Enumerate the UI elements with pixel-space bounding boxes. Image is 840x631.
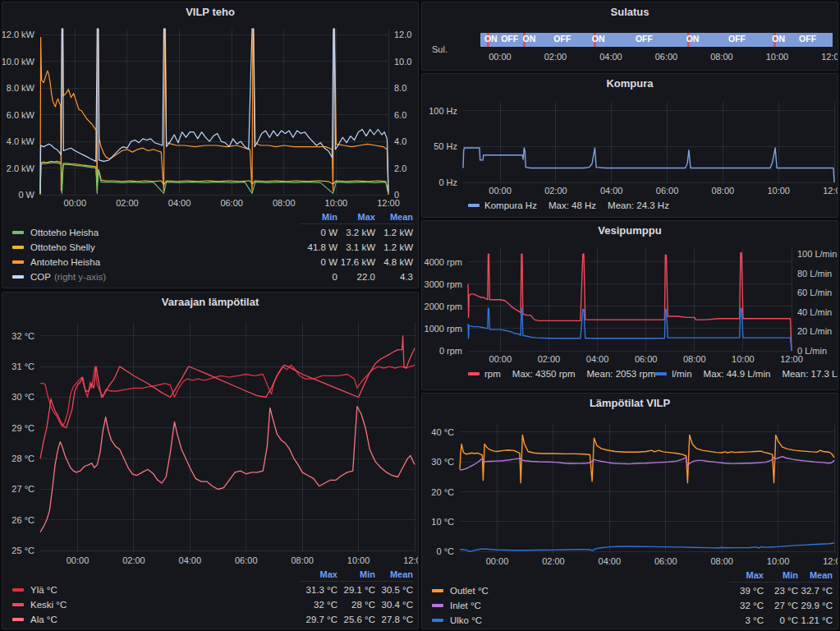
legend-stat-max: Max: 44.9 L/min bbox=[704, 369, 771, 379]
sulatus-track: ONOFFONOFFONOFFONOFFONOFF bbox=[463, 33, 833, 47]
x-tick-label: 06:00 bbox=[220, 198, 243, 208]
legend-label-kompura-hz[interactable]: Kompura Hz bbox=[484, 200, 537, 210]
legend-header-min[interactable]: Min bbox=[764, 570, 798, 580]
y-axis-tick-label: 0 Hz bbox=[438, 177, 457, 187]
x-tick-label: 06:00 bbox=[235, 555, 258, 565]
y-axis-tick-label: 100 Hz bbox=[429, 106, 457, 116]
x-tick-label: 08:00 bbox=[710, 52, 733, 62]
y2-axis-tick-label: 100 L/min bbox=[797, 249, 837, 259]
y2-axis-tick-label: 8.0 bbox=[394, 83, 406, 93]
legend-row-ala[interactable]: Ala °C 29.7 °C 25.6 °C 27.8 °C bbox=[12, 612, 413, 627]
state-label: OFF bbox=[799, 34, 816, 44]
y-axis-tick-label: 8.0 kW bbox=[7, 83, 35, 93]
x-tick-label: 12:00 bbox=[821, 52, 838, 62]
panel-title-vilp-teho[interactable]: VILP teho bbox=[2, 2, 418, 22]
legend-stat-mean: Mean: 2053 rpm bbox=[587, 369, 656, 379]
legend-header-max[interactable]: Max bbox=[300, 569, 337, 579]
panel-title-kompura[interactable]: Kompura bbox=[422, 74, 838, 94]
series-color-swatch bbox=[12, 231, 24, 234]
series-color-swatch bbox=[12, 588, 24, 592]
varaajan-chart[interactable]: 00:0002:0004:0006:0008:0010:0012:0025 °C… bbox=[2, 312, 419, 569]
x-tick-label: 02:00 bbox=[542, 556, 565, 566]
legend-row-ottoteho-heisha[interactable]: Ottoteho Heisha 0 W 3.2 kW 1.2 kW bbox=[12, 225, 413, 240]
state-label: ON bbox=[686, 34, 700, 44]
x-tick-label: 00:00 bbox=[489, 186, 512, 196]
x-tick-label: 02:00 bbox=[122, 555, 145, 565]
panel-title-vesipumppu[interactable]: Vesipumppu bbox=[422, 221, 838, 241]
x-tick-label: 04:00 bbox=[600, 186, 623, 196]
y2-axis-tick-label: 0 bbox=[394, 190, 399, 200]
legend-stat-max: Max: 48 Hz bbox=[549, 200, 596, 210]
legend-row-outlet[interactable]: Outlet °C 39 °C 23 °C 32.7 °C bbox=[432, 583, 833, 598]
y2-axis-tick-label: 80 L/min bbox=[797, 269, 832, 279]
state-label: OFF bbox=[728, 34, 746, 44]
panel-title-sulatus[interactable]: Sulatus bbox=[422, 2, 838, 22]
x-tick-label: 12:00 bbox=[403, 555, 419, 565]
panel-vilp-teho: VILP teho 00:0002:0004:0006:0008:0010:00… bbox=[2, 2, 419, 288]
y-axis-tick-label: 4000 rpm bbox=[425, 257, 462, 267]
series-color-swatch bbox=[468, 204, 480, 207]
y2-axis-tick-label: 60 L/min bbox=[797, 288, 832, 297]
x-tick-label: 06:00 bbox=[656, 186, 679, 196]
legend-header-mean[interactable]: Mean bbox=[798, 570, 833, 580]
y-axis-tick-label: 26 °C bbox=[11, 515, 34, 525]
legend-stat-mean: Mean: 17.3 L/min bbox=[782, 369, 838, 379]
y2-axis-tick-label: 20 L/min bbox=[797, 326, 832, 336]
lampotilat-vilp-chart[interactable]: 00:0002:0004:0006:0008:0010:0012:000 °C1… bbox=[422, 413, 838, 569]
x-tick-label: 06:00 bbox=[635, 354, 658, 364]
series-color-swatch bbox=[655, 372, 667, 375]
panel-kompura: Kompura 00:0002:0004:0006:0008:0010:0012… bbox=[421, 73, 838, 218]
legend-header-mean[interactable]: Mean bbox=[375, 212, 413, 222]
legend-row-ottoteho-shelly[interactable]: Ottoteho Shelly 41.8 W 3.1 kW 1.2 kW bbox=[12, 240, 413, 255]
x-tick-label: 10:00 bbox=[767, 186, 790, 196]
kompura-chart[interactable]: 00:0002:0004:0006:0008:0010:0012:000 Hz5… bbox=[422, 94, 838, 199]
legend-label-rpm[interactable]: rpm bbox=[484, 369, 501, 379]
legend-header-max[interactable]: Max bbox=[729, 570, 764, 580]
legend-row-antoteho-heisha[interactable]: Antoteho Heisha 0 W 17.6 kW 4.8 kW bbox=[12, 255, 413, 269]
legend-row-keski[interactable]: Keski °C 32 °C 28 °C 30.4 °C bbox=[12, 597, 413, 612]
legend-row-inlet[interactable]: Inlet °C 32 °C 27 °C 29.9 °C bbox=[432, 598, 833, 613]
y2-axis-tick-label: 4.0 bbox=[394, 136, 406, 146]
y-axis-tick-label: 30 °C bbox=[431, 457, 454, 467]
x-tick-label: 08:00 bbox=[273, 198, 296, 208]
legend-label-lmin[interactable]: l/min bbox=[672, 369, 691, 379]
y-axis-tick-label: 12.0 kW bbox=[2, 30, 35, 39]
panel-varaajan-lampotilat: Varaajan lämpötilat 00:0002:0004:0006:00… bbox=[2, 292, 419, 629]
legend-header-mean[interactable]: Mean bbox=[375, 569, 413, 579]
legend-stat-mean: Mean: 24.3 Hz bbox=[608, 200, 669, 210]
panel-title-varaajan[interactable]: Varaajan lämpötilat bbox=[2, 292, 418, 312]
x-tick-label: 04:00 bbox=[168, 198, 191, 208]
vilp-teho-chart[interactable]: 00:0002:0004:0006:0008:0010:0012:000 W2.… bbox=[2, 22, 419, 211]
vesipumppu-chart[interactable]: 00:0002:0004:0006:0008:0010:0012:000 rpm… bbox=[422, 241, 838, 367]
legend-header-min[interactable]: Min bbox=[337, 569, 375, 579]
legend-row-ulko[interactable]: Ulko °C 3 °C 0 °C 1.21 °C bbox=[432, 613, 833, 628]
vilp-teho-legend: Min Max Mean Ottoteho Heisha 0 W 3.2 kW … bbox=[2, 211, 418, 284]
legend-header-min[interactable]: Min bbox=[300, 212, 337, 222]
kompura-legend: Kompura Hz Max: 48 Hz Mean: 24.3 Hz bbox=[422, 199, 838, 210]
y-axis-tick-label: 3000 rpm bbox=[425, 279, 462, 289]
series-color-swatch bbox=[432, 604, 443, 607]
x-tick-label: 06:00 bbox=[655, 52, 678, 62]
x-tick-label: 12:00 bbox=[823, 556, 838, 566]
y-axis-tick-label: 40 °C bbox=[431, 427, 454, 437]
y2-axis-tick-label: 6.0 bbox=[394, 110, 406, 120]
y2-axis-tick-label: 40 L/min bbox=[797, 307, 832, 317]
y-axis-tick-label: 10 °C bbox=[431, 517, 454, 527]
y-axis-tick-label: 20 °C bbox=[431, 487, 454, 497]
legend-row-yla[interactable]: Ylä °C 31.3 °C 29.1 °C 30.5 °C bbox=[12, 583, 413, 597]
state-label: ON bbox=[484, 34, 498, 44]
y2-axis-tick-label: 10.0 bbox=[394, 57, 411, 67]
legend-row-cop[interactable]: COP (right y-axis) 0 22.0 4.3 bbox=[12, 269, 413, 284]
legend-header-max[interactable]: Max bbox=[337, 212, 375, 222]
x-tick-label: 10:00 bbox=[325, 198, 348, 208]
x-tick-label: 00:00 bbox=[64, 198, 87, 208]
lampotilat-legend: Max Min Mean Outlet °C 39 °C 23 °C 32.7 … bbox=[422, 569, 838, 628]
x-tick-label: 04:00 bbox=[586, 354, 609, 364]
panel-title-lampotilat-vilp[interactable]: Lämpötilat VILP bbox=[422, 394, 838, 413]
y2-axis-tick-label: 0 L/min bbox=[797, 346, 827, 356]
x-tick-label: 04:00 bbox=[599, 52, 622, 62]
x-tick-label: 10:00 bbox=[347, 555, 370, 565]
state-label: ON bbox=[592, 34, 605, 44]
legend-axis-note: (right y-axis) bbox=[54, 272, 106, 282]
sulatus-x-axis: 00:0002:0004:0006:0008:0010:0012:00 bbox=[463, 50, 833, 65]
